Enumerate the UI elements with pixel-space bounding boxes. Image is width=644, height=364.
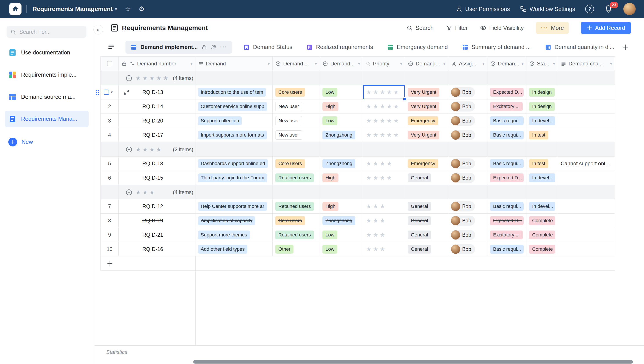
help-icon[interactable]: ? [585,5,594,14]
status-cell[interactable]: In devel... [526,114,558,128]
sidebar-item-requirements-implementation[interactable]: Requirements imple... [5,67,88,83]
demand-cell[interactable]: Help Center supports more ar [196,199,273,214]
select-all-checkbox[interactable] [107,61,112,66]
demand-level-cell[interactable]: Low [320,85,363,100]
notifications-button[interactable]: 23 [604,5,613,14]
tab-more-icon[interactable]: ··· [220,44,227,51]
demand-type-cell[interactable]: Basic requi... [488,242,526,256]
assignee-cell[interactable]: Bob [448,85,488,100]
demand-level-cell[interactable]: High [320,100,363,114]
status-cell[interactable]: In devel... [526,171,558,185]
status-cell[interactable]: In design [526,85,558,100]
row-select-cell[interactable]: 10 [100,242,119,256]
demand-urgency-cell[interactable]: General [405,171,448,185]
priority-cell[interactable]: ★★★★★ [363,100,405,114]
gear-icon[interactable]: ⚙ [139,6,145,12]
table-row[interactable]: 8RQID-19Amplification of capacityCore us… [100,214,615,228]
demand-user-type-cell[interactable]: Core users [273,85,320,100]
table-row[interactable]: 7RQID-12Help Center supports more arReta… [100,199,615,214]
sidebar-item-use-documentation[interactable]: Use documentation [5,44,88,61]
demand-characteristics-cell[interactable]: Cannot support onl... [558,157,615,171]
demand-level-cell[interactable]: Low [320,228,363,242]
avatar[interactable] [624,3,636,15]
table-row[interactable]: ▾RQID-13Introduction to the use of temCo… [100,85,615,100]
add-record-row[interactable] [100,256,615,271]
demand-cell[interactable]: Support collection [196,114,273,128]
table-row[interactable]: 9RQID-21Support more themesRetained user… [100,228,615,242]
tab-realized-requirements[interactable]: Realized requirements [306,44,373,51]
favorite-star-icon[interactable]: ☆ [125,6,131,12]
priority-cell[interactable]: ★★★★ [363,157,405,171]
tab-demand-quantity[interactable]: Demand quantity in di... [545,44,614,51]
column-header-demand-number[interactable]: Demand number ▾ [119,57,196,71]
priority-cell[interactable]: ★★★★★ [363,85,405,100]
demand-level-cell[interactable]: Low [320,114,363,128]
row-select-cell[interactable]: 9 [100,228,119,242]
workflow-settings-button[interactable]: Workflow Settings [520,6,575,13]
record-id-cell[interactable]: RQID-15 [119,171,196,185]
add-record-button[interactable]: Add Record [581,22,631,34]
demand-type-cell[interactable]: Expected D... [488,214,526,228]
record-id-cell[interactable]: RQID-16 [119,242,196,256]
chevron-down-icon[interactable]: ▾ [400,61,402,66]
demand-characteristics-cell[interactable] [558,199,615,214]
tab-emergency-demand[interactable]: Emergency demand [387,44,448,51]
search-button[interactable]: Search [406,25,434,31]
demand-characteristics-cell[interactable] [558,228,615,242]
demand-urgency-cell[interactable]: Emergency [405,114,448,128]
row-select-cell[interactable]: 4 [100,128,119,142]
column-header-demand[interactable]: Demand ▾ [196,57,273,71]
demand-user-type-cell[interactable]: New user [273,128,320,142]
demand-user-type-cell[interactable]: Core users [273,157,320,171]
assignee-cell[interactable]: Bob [448,214,488,228]
row-checkbox[interactable] [104,90,109,95]
more-button[interactable]: ··· More [536,22,568,34]
demand-user-type-cell[interactable]: New user [273,100,320,114]
priority-cell[interactable]: ★★★★★ [363,114,405,128]
priority-cell[interactable]: ★★★ [363,242,405,256]
user-permissions-button[interactable]: User Permissions [456,6,510,13]
demand-characteristics-cell[interactable] [558,214,615,228]
row-select-cell[interactable]: 3 [100,114,119,128]
demand-characteristics-cell[interactable] [558,171,615,185]
demand-level-cell[interactable]: Low [320,242,363,256]
column-header-status[interactable]: Sta... ▾ [526,57,558,71]
expand-record-icon[interactable] [124,89,130,95]
row-expand-caret-icon[interactable]: ▾ [111,90,113,95]
status-cell[interactable]: In test [526,128,558,142]
column-header-demand-type[interactable]: Deman... ▾ [488,57,526,71]
table-row[interactable]: 5RQID-18Dashboards support online edCore… [100,157,615,171]
chevron-down-icon[interactable]: ▾ [443,61,446,66]
demand-type-cell[interactable]: Expected D... [488,171,526,185]
sidebar-item-requirements-management[interactable]: Requirements Mana... [5,111,88,127]
demand-type-cell[interactable]: Expected D... [488,85,526,100]
table-row[interactable]: 3RQID-20Support collectionNew userLow★★★… [100,114,615,128]
column-header-priority[interactable]: ☆ Priority ▾ [363,57,405,71]
record-id-cell[interactable]: RQID-19 [119,214,196,228]
table-row[interactable]: 4RQID-17Import supports more formatsNew … [100,128,615,142]
status-cell[interactable]: In design [526,100,558,114]
demand-cell[interactable]: Import supports more formats [196,128,273,142]
sidebar-item-demand-source[interactable]: Demand source ma... [5,89,88,105]
assignee-cell[interactable]: Bob [448,157,488,171]
chevron-down-icon[interactable]: ▾ [315,61,317,66]
demand-user-type-cell[interactable]: New user [273,114,320,128]
assignee-cell[interactable]: Bob [448,228,488,242]
demand-characteristics-cell[interactable] [558,100,615,114]
sidebar-search[interactable] [6,26,86,38]
demand-urgency-cell[interactable]: General [405,228,448,242]
demand-user-type-cell[interactable]: Retained users [273,171,320,185]
demand-user-type-cell[interactable]: Other [273,242,320,256]
demand-level-cell[interactable]: Zhongzhong [320,157,363,171]
priority-cell[interactable]: ★★★ [363,214,405,228]
demand-urgency-cell[interactable]: Very Urgent [405,85,448,100]
priority-cell[interactable]: ★★★ [363,199,405,214]
demand-characteristics-cell[interactable] [558,128,615,142]
chevron-down-icon[interactable]: ▾ [610,61,612,66]
row-select-cell[interactable]: 2 [100,100,119,114]
demand-user-type-cell[interactable]: Retained users [273,228,320,242]
chevron-down-icon[interactable]: ▾ [358,61,360,66]
demand-cell[interactable]: Support more themes [196,228,273,242]
new-button[interactable]: New [5,134,88,150]
demand-urgency-cell[interactable]: Emergency [405,157,448,171]
